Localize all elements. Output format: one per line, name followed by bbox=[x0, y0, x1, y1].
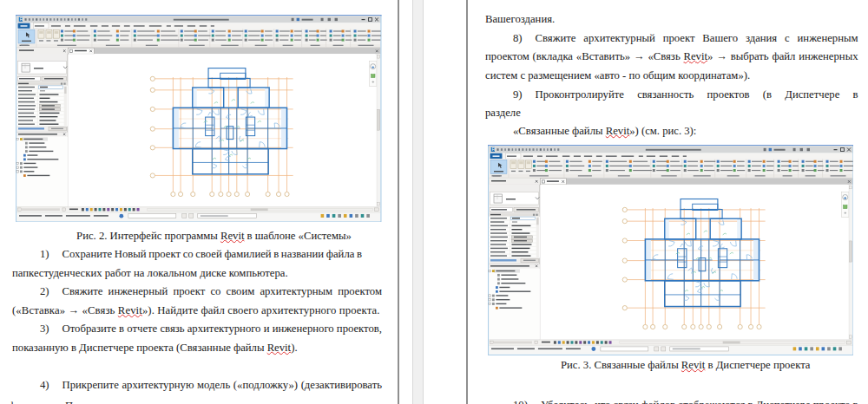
svg-text:R: R bbox=[19, 16, 23, 22]
svg-text:R: R bbox=[491, 147, 495, 152]
